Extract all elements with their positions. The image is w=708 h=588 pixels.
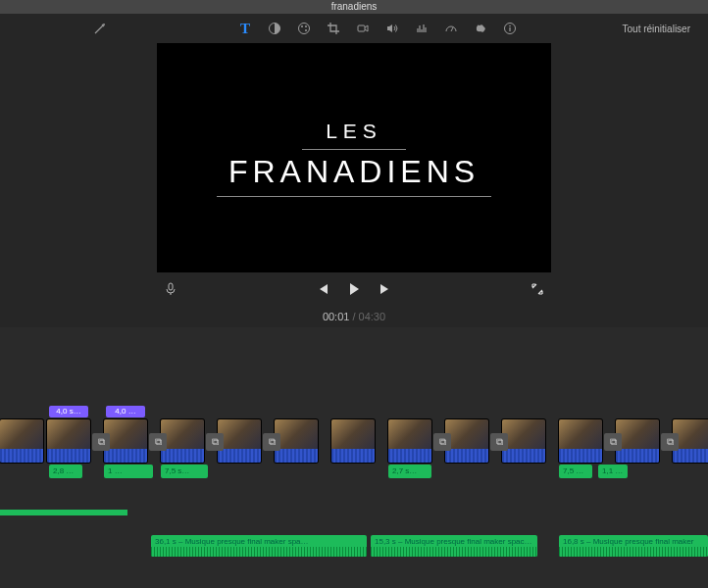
transition-icon[interactable]: ⧉	[490, 433, 508, 451]
share-icon[interactable]	[473, 21, 488, 36]
svg-point-4	[305, 25, 307, 27]
volume-icon[interactable]	[384, 21, 400, 36]
duration: 04:30	[359, 311, 386, 322]
wand-icon[interactable]	[92, 21, 108, 36]
video-clip[interactable]	[275, 419, 318, 463]
audio-tag[interactable]: 7,5 s…	[161, 465, 208, 478]
audio-track[interactable]: 36,1 s – Musique presque final maker spa…	[151, 535, 367, 557]
speed-icon[interactable]	[443, 21, 459, 36]
window-title: franadiens	[0, 0, 708, 14]
transition-icon[interactable]: ⧉	[149, 433, 167, 451]
svg-point-2	[299, 24, 310, 34]
audio-tag[interactable]: 1,1 …	[598, 465, 628, 478]
audio-track[interactable]: 16,8 s – Musique presque final maker spa…	[559, 535, 708, 557]
transition-icon[interactable]: ⧉	[661, 433, 679, 451]
svg-rect-10	[169, 283, 173, 290]
svg-rect-9	[509, 27, 510, 31]
preview-area: LES FRANADIENS	[0, 43, 708, 306]
video-clip[interactable]	[161, 419, 204, 463]
title-tag[interactable]: 4,0 s…	[49, 406, 88, 417]
video-clip[interactable]	[445, 419, 488, 463]
title-text-line2: FRANADIENS	[217, 150, 491, 197]
crop-icon[interactable]	[326, 21, 341, 36]
transition-icon[interactable]: ⧉	[92, 433, 110, 451]
palette-icon[interactable]	[296, 21, 312, 36]
audio-tag[interactable]: 7,5 …	[559, 465, 592, 478]
selection-bar	[0, 510, 127, 515]
microphone-icon[interactable]	[163, 281, 178, 297]
svg-point-3	[301, 25, 303, 27]
svg-point-5	[305, 29, 307, 31]
svg-rect-6	[358, 25, 365, 31]
audio-tag[interactable]: 1 …	[104, 465, 153, 478]
video-clip[interactable]	[502, 419, 545, 463]
audio-tag[interactable]: 2,7 s…	[388, 465, 431, 478]
transition-icon[interactable]: ⧉	[206, 433, 224, 451]
time-display: 00:01 / 04:30	[0, 306, 708, 327]
video-clip[interactable]	[0, 419, 43, 463]
current-time: 00:01	[323, 311, 350, 322]
transition-icon[interactable]: ⧉	[263, 433, 280, 451]
next-button[interactable]	[378, 281, 393, 297]
video-clip[interactable]	[331, 419, 375, 463]
audio-tag[interactable]: 2,8 …	[49, 465, 82, 478]
toolbar: T Tout réinitialiser	[0, 14, 708, 43]
title-text-line1: LES	[302, 120, 406, 150]
svg-point-0	[103, 24, 105, 25]
timeline[interactable]: 4,0 s…4,0 …⧉⧉⧉⧉⧉⧉⧉⧉2,8 …1 …7,5 s…2,7 s…7…	[0, 327, 708, 588]
fullscreen-icon[interactable]	[530, 281, 545, 297]
camera-icon[interactable]	[355, 21, 371, 36]
text-icon[interactable]: T	[237, 21, 253, 36]
svg-point-8	[509, 25, 511, 27]
audio-track[interactable]: 15,3 s – Musique presque final maker spa…	[371, 535, 537, 557]
video-clip[interactable]	[218, 419, 261, 463]
equalizer-icon[interactable]	[414, 21, 430, 36]
video-clip[interactable]	[47, 419, 90, 463]
play-button[interactable]	[346, 281, 362, 297]
transition-icon[interactable]: ⧉	[433, 433, 451, 451]
info-icon[interactable]	[502, 21, 518, 36]
color-balance-icon[interactable]	[267, 21, 282, 36]
prev-button[interactable]	[315, 281, 330, 297]
preview-video: LES FRANADIENS	[157, 43, 551, 272]
transition-icon[interactable]: ⧉	[604, 433, 622, 451]
video-clip[interactable]	[616, 419, 659, 463]
video-clip[interactable]	[388, 419, 431, 463]
video-clip[interactable]	[104, 419, 147, 463]
reset-all-button[interactable]: Tout réinitialiser	[623, 24, 696, 34]
title-tag[interactable]: 4,0 …	[106, 406, 145, 417]
video-clip[interactable]	[559, 419, 602, 463]
